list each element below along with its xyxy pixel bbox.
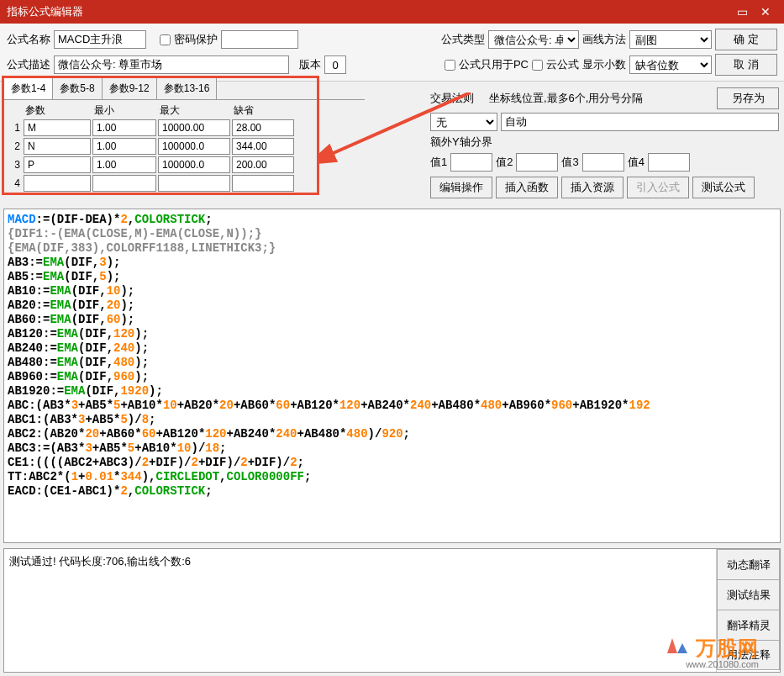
code-line: AB480:=EMA(DIF,480); — [8, 356, 776, 370]
trade-rule-select[interactable]: 无 — [430, 113, 497, 131]
pconly-checkbox[interactable] — [445, 60, 455, 71]
test-result-button[interactable]: 测试结果 — [717, 579, 780, 610]
param-def-input[interactable] — [232, 175, 294, 192]
pwd-label: 密码保护 — [174, 32, 218, 47]
code-line: AB240:=EMA(DIF,240); — [8, 341, 776, 356]
param-min-input[interactable] — [92, 175, 156, 192]
code-line: ABC1:(AB3*3+AB5*5)/8; — [8, 413, 776, 427]
edit-op-button[interactable]: 编辑操作 — [430, 177, 492, 198]
param-row-index: 4 — [8, 177, 22, 189]
v4-label: 值4 — [628, 155, 645, 170]
import-formula-button[interactable]: 引入公式 — [627, 177, 689, 198]
param-def-input[interactable] — [232, 156, 294, 173]
close-icon[interactable]: ✕ — [754, 3, 777, 20]
v2-input[interactable] — [516, 153, 558, 172]
draw-label: 画线方法 — [582, 32, 626, 47]
code-line: {DIF1:-(EMA(CLOSE,M)-EMA(CLOSE,N));} — [8, 227, 776, 241]
param-max-input[interactable] — [158, 119, 230, 136]
param-def-input[interactable] — [232, 119, 294, 136]
tab-params-5-8[interactable]: 参数5-8 — [52, 77, 102, 99]
status-message: 测试通过! 代码长度:706,输出线个数:6 — [4, 549, 716, 672]
param-row-index: 3 — [8, 159, 22, 171]
status-buttons: 动态翻译 测试结果 翻译精灵 用法注释 — [716, 549, 780, 672]
translate-wizard-button[interactable]: 翻译精灵 — [717, 610, 780, 640]
pwd-checkbox[interactable] — [160, 34, 171, 45]
param-name-input[interactable] — [24, 175, 91, 192]
saveas-button[interactable]: 另存为 — [717, 87, 779, 109]
param-area: 参数最小最大缺省1234 — [3, 100, 365, 195]
insert-res-button[interactable]: 插入资源 — [561, 177, 624, 198]
extra-y-label: 额外Y轴分界 — [430, 135, 492, 150]
code-line: CE1:((((ABC2+ABC3)/2+DIF)/2+DIF)/2+DIF)/… — [8, 456, 776, 470]
decimals-label: 显示小数 — [582, 57, 626, 72]
trade-rule-label: 交易法则 — [430, 91, 474, 106]
code-line: {EMA(DIF,383),COLORFF1188,LINETHICK3;} — [8, 241, 776, 256]
name-input[interactable] — [54, 30, 146, 49]
param-name-input[interactable] — [24, 138, 91, 155]
version-label: 版本 — [299, 57, 321, 72]
v2-label: 值2 — [496, 155, 513, 170]
param-row-index: 2 — [8, 140, 22, 152]
ok-button[interactable]: 确 定 — [715, 29, 777, 50]
code-line: AB5:=EMA(DIF,5); — [8, 270, 776, 284]
code-line: ABC3:=(AB3*3+AB5*5+AB10*10)/18; — [8, 441, 776, 456]
v4-input[interactable] — [648, 153, 690, 172]
minimize-icon[interactable]: ▭ — [730, 3, 754, 20]
cancel-button[interactable]: 取 消 — [715, 54, 777, 76]
param-min-input[interactable] — [92, 119, 156, 136]
decimals-select[interactable]: 缺省位数 — [629, 55, 712, 74]
param-max-input[interactable] — [158, 175, 230, 192]
param-def-input[interactable] — [232, 138, 294, 155]
param-min-input[interactable] — [92, 138, 156, 155]
code-line: ABC2:(AB20*20+AB60*60+AB120*120+AB240*24… — [8, 427, 776, 441]
code-line: AB120:=EMA(DIF,120); — [8, 327, 776, 341]
tab-params-9-12[interactable]: 参数9-12 — [102, 77, 157, 99]
dynamic-translate-button[interactable]: 动态翻译 — [717, 549, 780, 579]
desc-input[interactable] — [54, 55, 289, 74]
window-title: 指标公式编辑器 — [7, 4, 730, 19]
pwd-input[interactable] — [221, 30, 298, 49]
param-name-input[interactable] — [24, 156, 91, 173]
desc-label: 公式描述 — [7, 57, 50, 72]
code-line: MACD:=(DIF-DEA)*2,COLORSTICK; — [8, 213, 776, 227]
test-formula-button[interactable]: 测试公式 — [692, 177, 755, 198]
status-area: 测试通过! 代码长度:706,输出线个数:6 动态翻译 测试结果 翻译精灵 用法… — [3, 548, 781, 673]
type-label: 公式类型 — [441, 32, 485, 47]
code-line: AB3:=EMA(DIF,3); — [8, 256, 776, 270]
param-header: 缺省 — [232, 103, 294, 118]
v1-label: 值1 — [430, 155, 447, 170]
cloud-label: 云公式 — [546, 57, 579, 72]
param-name-input[interactable] — [24, 119, 91, 136]
param-max-input[interactable] — [158, 156, 230, 173]
param-header: 最大 — [158, 103, 230, 118]
code-line: ABC:(AB3*3+AB5*5+AB10*10+AB20*20+AB60*60… — [8, 399, 776, 413]
titlebar: 指标公式编辑器 ▭ ✕ — [0, 0, 784, 24]
code-line: AB1920:=EMA(DIF,1920); — [8, 384, 776, 399]
param-row-index: 1 — [8, 122, 22, 134]
draw-select[interactable]: 副图 — [629, 30, 712, 49]
coord-label: 坐标线位置,最多6个,用分号分隔 — [489, 91, 643, 106]
code-line: AB960:=EMA(DIF,960); — [8, 370, 776, 384]
v3-input[interactable] — [582, 153, 624, 172]
insert-func-button[interactable]: 插入函数 — [496, 177, 558, 198]
cloud-checkbox[interactable] — [532, 60, 543, 71]
toolbar: 公式名称 密码保护 公式类型 微信公众号: 卓 画线方法 副图 确 定 公式描述… — [0, 24, 784, 82]
code-line: EACD:(CE1-ABC1)*2,COLORSTICK; — [8, 484, 776, 499]
usage-notes-button[interactable]: 用法注释 — [717, 640, 780, 670]
tab-params-13-16[interactable]: 参数13-16 — [156, 77, 218, 99]
type-select[interactable]: 微信公众号: 卓 — [488, 30, 579, 49]
param-header: 参数 — [24, 103, 91, 118]
param-max-input[interactable] — [158, 138, 230, 155]
version-input[interactable] — [324, 55, 346, 74]
v1-input[interactable] — [450, 153, 492, 172]
v3-label: 值3 — [561, 155, 578, 170]
code-line: AB20:=EMA(DIF,20); — [8, 298, 776, 313]
param-header: 最小 — [92, 103, 156, 118]
name-label: 公式名称 — [7, 32, 50, 47]
code-line: AB60:=EMA(DIF,60); — [8, 313, 776, 327]
tab-params-1-4[interactable]: 参数1-4 — [3, 77, 53, 99]
code-line: AB10:=EMA(DIF,10); — [8, 284, 776, 298]
code-editor[interactable]: MACD:=(DIF-DEA)*2,COLORSTICK;{DIF1:-(EMA… — [3, 209, 781, 543]
param-min-input[interactable] — [92, 156, 156, 173]
coord-input[interactable] — [501, 113, 779, 131]
